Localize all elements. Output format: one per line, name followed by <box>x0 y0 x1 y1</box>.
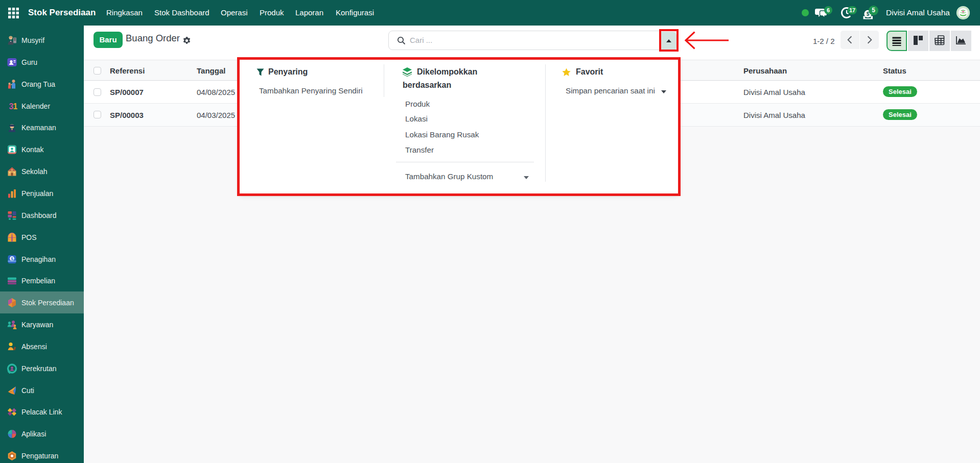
svg-text:1: 1 <box>13 102 18 110</box>
svg-text:$: $ <box>11 256 13 261</box>
